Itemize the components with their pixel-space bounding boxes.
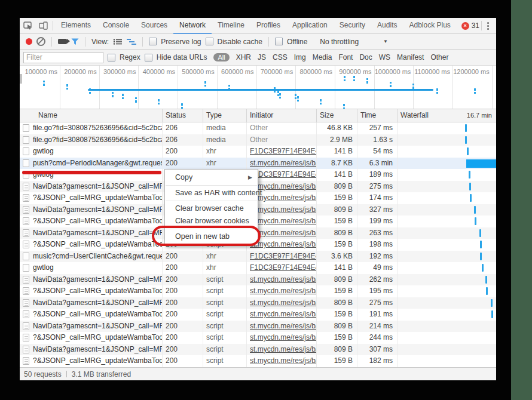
column-header-waterfall[interactable]: Waterfall16.7 min bbox=[398, 109, 496, 122]
column-header-time[interactable]: Time bbox=[357, 109, 398, 122]
request-row[interactable]: ?&JSONP_call=MRG_updateWambaToolbar&...2… bbox=[20, 309, 496, 321]
initiator-link[interactable]: st.mycdn.me/res/js/b/5... bbox=[250, 299, 317, 307]
type-filter-css[interactable]: CSS bbox=[273, 53, 288, 61]
script-file-icon bbox=[23, 276, 29, 284]
hide-data-urls-checkbox[interactable] bbox=[145, 54, 152, 61]
request-row[interactable]: ?&JSONP_call=MRG_updateWambaToolbar&...2… bbox=[20, 355, 496, 367]
column-header-size[interactable]: Size bbox=[317, 109, 357, 122]
initiator-link[interactable]: st.mycdn.me/res/js/b/5... bbox=[250, 205, 317, 214]
cell-status: 200 bbox=[163, 297, 203, 309]
preserve-log-checkbox[interactable] bbox=[149, 38, 157, 45]
request-row[interactable]: file.go?fid=30808752636956&cid=5c2bca244… bbox=[20, 134, 496, 146]
initiator-link[interactable]: st.mycdn.me/res/js/b/5... bbox=[250, 240, 317, 248]
initiator-link[interactable]: st.mycdn.me/res/js/b/5... bbox=[250, 345, 317, 353]
column-header-type[interactable]: Type bbox=[203, 109, 247, 122]
screenshot-camera-icon[interactable] bbox=[58, 39, 67, 44]
cell-waterfall bbox=[398, 332, 496, 344]
waterfall-tick bbox=[491, 310, 493, 318]
initiator-link[interactable]: st.mycdn.me/res/js/b/5... bbox=[250, 287, 317, 295]
request-row[interactable]: ?&JSONP_call=MRG_updateWambaToolbar&...2… bbox=[20, 332, 496, 344]
tab-timeline[interactable]: Timeline bbox=[212, 18, 250, 33]
type-filter-doc[interactable]: Doc bbox=[359, 53, 372, 61]
waterfall-view-icon[interactable] bbox=[127, 38, 136, 45]
type-filter-ws[interactable]: WS bbox=[379, 53, 390, 61]
tab-application[interactable]: Application bbox=[286, 18, 334, 33]
transferred-size: 3.1 MB transferred bbox=[72, 370, 131, 379]
tab-audits[interactable]: Audits bbox=[371, 18, 403, 33]
initiator-link[interactable]: st.mycdn.me/res/js/b/5... bbox=[250, 275, 317, 284]
request-row[interactable]: gwtlog200xhrF1DC3E97F14E94E47FB...141 B5… bbox=[20, 146, 496, 158]
type-filter-font[interactable]: Font bbox=[338, 53, 353, 61]
kebab-menu-icon[interactable] bbox=[484, 22, 493, 30]
type-filter-img[interactable]: Img bbox=[294, 53, 306, 61]
cell-status: 200 bbox=[163, 262, 203, 274]
type-filter-all[interactable]: All bbox=[213, 53, 229, 61]
clear-requests-icon[interactable] bbox=[36, 37, 45, 46]
cell-name: push?cmd=PeriodicManager&gwt.requested= bbox=[20, 158, 163, 170]
tab-security[interactable]: Security bbox=[334, 18, 371, 33]
request-row[interactable]: music?cmd=UserClientCache&gwt.requested.… bbox=[20, 251, 496, 263]
inspect-element-icon[interactable] bbox=[20, 18, 35, 33]
tab-elements[interactable]: Elements bbox=[55, 18, 97, 33]
column-header-label: Status bbox=[166, 111, 186, 119]
tab-sources[interactable]: Sources bbox=[135, 18, 173, 33]
tab-profiles[interactable]: Profiles bbox=[250, 18, 286, 33]
offline-checkbox[interactable] bbox=[275, 38, 283, 45]
cell-size: 159 B bbox=[317, 285, 357, 297]
timeline-overview[interactable]: 100000 ms200000 ms300000 ms400000 ms5000… bbox=[20, 66, 496, 109]
type-filter-js[interactable]: JS bbox=[258, 53, 266, 61]
timeline-scroll-thumb[interactable] bbox=[20, 74, 22, 84]
throttling-dropdown-arrow-icon[interactable]: ▼ bbox=[383, 39, 388, 44]
cell-time: 263 ms bbox=[357, 227, 398, 239]
column-header-label: Waterfall bbox=[400, 111, 429, 119]
request-row[interactable]: gwtlog200xhrF1DC3E97F14E94E47FB...141 B4… bbox=[20, 262, 496, 274]
tab-adblock-plus[interactable]: Adblock Plus bbox=[403, 18, 456, 33]
cell-size: 141 B bbox=[317, 169, 357, 181]
menu-item-clear-browser-cache[interactable]: Clear browser cache bbox=[165, 202, 258, 215]
initiator-link[interactable]: st.mycdn.me/res/js/b/5... bbox=[250, 159, 317, 167]
menu-item-save-as-har-with-content[interactable]: Save as HAR with content bbox=[165, 187, 258, 199]
type-filter-media[interactable]: Media bbox=[313, 53, 332, 61]
throttling-select[interactable]: No throttling bbox=[320, 38, 359, 46]
regex-label: Regex bbox=[120, 53, 140, 61]
column-header-status[interactable]: Status bbox=[163, 109, 203, 122]
type-filter-manifest[interactable]: Manifest bbox=[397, 53, 424, 61]
initiator-link[interactable]: st.mycdn.me/res/js/b/5... bbox=[250, 322, 317, 330]
request-name: gwtlog bbox=[33, 262, 54, 274]
type-filter-other[interactable]: Other bbox=[430, 53, 448, 61]
cell-type: script bbox=[203, 309, 247, 321]
tab-network[interactable]: Network bbox=[173, 18, 212, 34]
request-row[interactable]: NaviData?gamescnt=1&JSONP_call=MRG_up...… bbox=[20, 344, 496, 356]
initiator-link[interactable]: st.mycdn.me/res/js/b/5... bbox=[250, 356, 317, 365]
request-row[interactable]: push?cmd=PeriodicManager&gwt.requested=2… bbox=[20, 158, 496, 170]
initiator-text: Other bbox=[250, 124, 268, 132]
initiator-link[interactable]: st.mycdn.me/res/js/b/5... bbox=[250, 310, 317, 318]
request-row[interactable]: NaviData?gamescnt=1&JSONP_call=MRG_up...… bbox=[20, 297, 496, 309]
request-row[interactable]: NaviData?gamescnt=1&JSONP_call=MRG_up...… bbox=[20, 274, 496, 286]
type-filter-xhr[interactable]: XHR bbox=[236, 53, 251, 61]
waterfall-tick bbox=[474, 206, 476, 214]
request-row[interactable]: NaviData?gamescnt=1&JSONP_call=MRG_up...… bbox=[20, 321, 496, 333]
initiator-link[interactable]: st.mycdn.me/res/js/b/5... bbox=[250, 333, 317, 341]
initiator-link[interactable]: F1DC3E97F14E94E47FB... bbox=[250, 170, 317, 179]
list-view-icon[interactable] bbox=[113, 38, 123, 45]
request-row[interactable]: file.go?fid=30808752636956&cid=5c2bca244… bbox=[20, 122, 496, 134]
device-toolbar-icon[interactable] bbox=[35, 18, 51, 33]
tab-console[interactable]: Console bbox=[97, 18, 135, 33]
column-header-initiator[interactable]: Initiator bbox=[247, 109, 317, 122]
regex-checkbox[interactable] bbox=[108, 54, 115, 61]
waterfall-bar bbox=[466, 159, 496, 168]
divider bbox=[481, 21, 482, 30]
record-button[interactable] bbox=[26, 38, 32, 45]
filter-funnel-icon[interactable] bbox=[71, 38, 79, 45]
menu-item-copy[interactable]: Copy▶ bbox=[165, 171, 258, 184]
request-row[interactable]: ?&JSONP_call=MRG_updateWambaToolbar&...2… bbox=[20, 285, 496, 297]
error-count-badge[interactable]: 31 bbox=[461, 21, 479, 30]
disable-cache-checkbox[interactable] bbox=[206, 38, 213, 45]
initiator-link[interactable]: F1DC3E97F14E94E47FB... bbox=[250, 263, 317, 272]
filter-input[interactable] bbox=[23, 52, 103, 63]
initiator-link[interactable]: F1DC3E97F14E94E47FB... bbox=[250, 252, 317, 260]
initiator-link[interactable]: st.mycdn.me/res/js/b/5... bbox=[250, 217, 317, 225]
column-header-name[interactable]: Name bbox=[20, 109, 163, 122]
initiator-link[interactable]: F1DC3E97F14E94E47FB... bbox=[250, 147, 317, 155]
